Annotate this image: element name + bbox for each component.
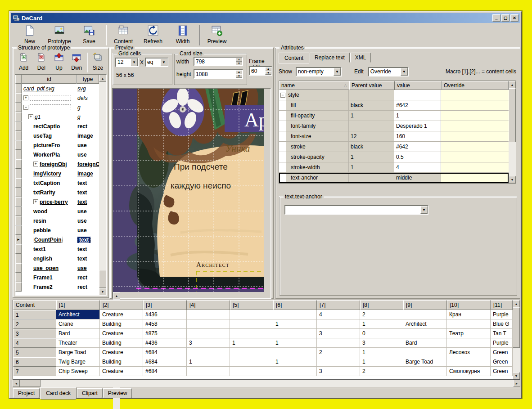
content-cell[interactable]: 2	[360, 367, 403, 376]
attribute-row[interactable]: font-familyDesperado 1	[279, 121, 509, 131]
scroll-up-icon[interactable]: ▲	[509, 81, 516, 88]
tree-cell-type[interactable]: foreignO	[77, 161, 99, 167]
tree-row-selector[interactable]	[15, 282, 22, 292]
content-column-header[interactable]: [2]	[100, 300, 143, 310]
attr-name-cell[interactable]: style	[286, 90, 349, 100]
attr-override-cell[interactable]	[441, 111, 509, 121]
maximize-button[interactable]: ▢	[501, 14, 509, 22]
content-cell[interactable]	[230, 310, 273, 319]
grid-mode-combobox[interactable]: eq ▼	[145, 58, 168, 67]
tree-column-type[interactable]: type	[77, 75, 99, 84]
tree-cell-type[interactable]: image	[77, 133, 99, 139]
tree-cell-id[interactable]: useTag	[22, 133, 77, 139]
chevron-down-icon[interactable]: ▼	[334, 68, 341, 76]
content-cell[interactable]	[230, 329, 273, 338]
tree-row[interactable]: englishtext	[15, 254, 99, 263]
content-cell[interactable]: 1	[230, 338, 273, 348]
content-cell[interactable]: Bard	[403, 338, 447, 348]
tree-row[interactable]: useTagimage	[15, 131, 99, 140]
attr-name-cell[interactable]: stroke-opacity	[286, 152, 349, 162]
content-cell[interactable]	[403, 367, 447, 376]
minimize-button[interactable]: _	[492, 14, 500, 22]
tree-cell-type[interactable]: g	[77, 104, 99, 111]
tree-cell-id[interactable]: −	[22, 104, 77, 110]
content-cell[interactable]: 1	[273, 338, 317, 348]
tree-cell-type[interactable]: rect	[77, 123, 99, 130]
attr-scroll-thumb[interactable]	[509, 88, 516, 142]
content-cell[interactable]	[273, 310, 317, 319]
tree-row-selector[interactable]	[15, 216, 22, 225]
scroll-right-icon[interactable]: ►	[513, 380, 520, 387]
content-column-header[interactable]: [6]	[273, 300, 317, 310]
attr-parent-value-cell[interactable]: 1	[349, 152, 394, 162]
content-cell[interactable]	[317, 357, 360, 367]
attr-override-cell[interactable]	[441, 162, 509, 172]
content-cell[interactable]: Purple	[491, 338, 513, 348]
attr-value-cell[interactable]: 0.5	[394, 152, 441, 162]
content-cell[interactable]	[187, 348, 230, 357]
tree-column-id[interactable]: id	[22, 75, 77, 84]
bottom-tab-preview[interactable]: Preview	[103, 388, 132, 398]
attr-name-cell[interactable]: font-family	[286, 121, 349, 131]
attr-parent-value-cell[interactable]: 12	[349, 131, 394, 141]
attr-value-cell[interactable]: 4	[394, 162, 441, 172]
attr-override-cell[interactable]	[441, 90, 509, 100]
content-cell[interactable]: Creature	[100, 310, 143, 319]
toolbar-button-save[interactable]: Save	[74, 24, 104, 46]
tree-cell-id[interactable]: Frame1	[22, 274, 77, 281]
content-cell[interactable]: Green	[491, 348, 513, 357]
structure-button-del[interactable]: Del	[32, 52, 50, 73]
content-cell[interactable]: 2	[13, 319, 56, 329]
tree-cell-type[interactable]: image	[77, 171, 99, 177]
content-cell[interactable]: Chip Sweep	[56, 367, 100, 376]
attr-column-value[interactable]: value	[395, 81, 442, 90]
content-cell[interactable]: Green	[491, 367, 513, 376]
content-cell[interactable]: Building	[100, 357, 143, 367]
content-cell[interactable]	[273, 348, 317, 357]
attr-value-cell[interactable]: middle	[394, 173, 441, 183]
expand-plus-icon[interactable]: +	[33, 199, 38, 204]
tree-cell-type[interactable]: use	[77, 227, 99, 234]
tree-cell-type[interactable]: use	[77, 218, 99, 224]
chevron-down-icon[interactable]: ▼	[401, 68, 408, 76]
content-cell[interactable]	[273, 329, 317, 338]
tree-row[interactable]: resinuse	[15, 216, 99, 225]
content-column-header[interactable]: Content	[13, 300, 56, 310]
content-cell[interactable]: #436	[143, 338, 187, 348]
attr-override-cell[interactable]	[441, 142, 509, 152]
tree-row-selector[interactable]	[15, 178, 22, 188]
attr-parent-value-cell[interactable]: 1	[349, 162, 394, 172]
tree-row-selector[interactable]	[15, 103, 22, 112]
attr-column-parent-value[interactable]: Parent value	[349, 81, 395, 90]
content-cell[interactable]: Twig Barge	[56, 357, 100, 367]
content-cell[interactable]: 1	[360, 319, 403, 329]
attr-value-cell[interactable]	[394, 90, 441, 100]
attribute-row[interactable]: fill-opacity11	[279, 111, 509, 121]
toolbar-button-preview[interactable]: Preview	[202, 24, 232, 46]
card-height-input[interactable]	[194, 70, 236, 78]
content-cell[interactable]	[187, 310, 230, 319]
attribute-row[interactable]: stroke-opacity10.5	[279, 152, 509, 162]
tree-cell-id[interactable]: +	[22, 95, 77, 101]
tree-row-selector[interactable]	[15, 244, 22, 254]
scroll-down-icon[interactable]: ▼	[509, 176, 516, 183]
content-cell[interactable]	[187, 319, 230, 329]
content-cell[interactable]	[447, 338, 491, 348]
attribute-row[interactable]: font-size12160	[279, 131, 509, 142]
tree-row-selector[interactable]	[15, 263, 22, 273]
attr-name-cell[interactable]: font-size	[286, 131, 349, 141]
tab-content[interactable]: Content	[279, 53, 309, 63]
content-cell[interactable]	[187, 367, 230, 376]
tree-row-selector[interactable]	[15, 254, 22, 263]
tree-cell-type[interactable]: use	[77, 265, 99, 271]
expand-plus-icon[interactable]: +	[23, 95, 28, 100]
attr-name-cell[interactable]: text-anchor	[286, 173, 349, 183]
content-cell[interactable]: Creature	[100, 329, 143, 338]
tree-cell-id[interactable]: +price-berry	[22, 199, 77, 205]
bottom-tab-card-deck[interactable]: Card deck	[40, 387, 77, 400]
content-cell[interactable]: Building	[100, 338, 143, 348]
content-cell[interactable]: 2	[317, 348, 360, 357]
attr-override-cell[interactable]	[441, 152, 509, 162]
scroll-down-icon[interactable]: ▼	[513, 372, 520, 379]
tree-cell-type[interactable]: text	[77, 189, 99, 196]
